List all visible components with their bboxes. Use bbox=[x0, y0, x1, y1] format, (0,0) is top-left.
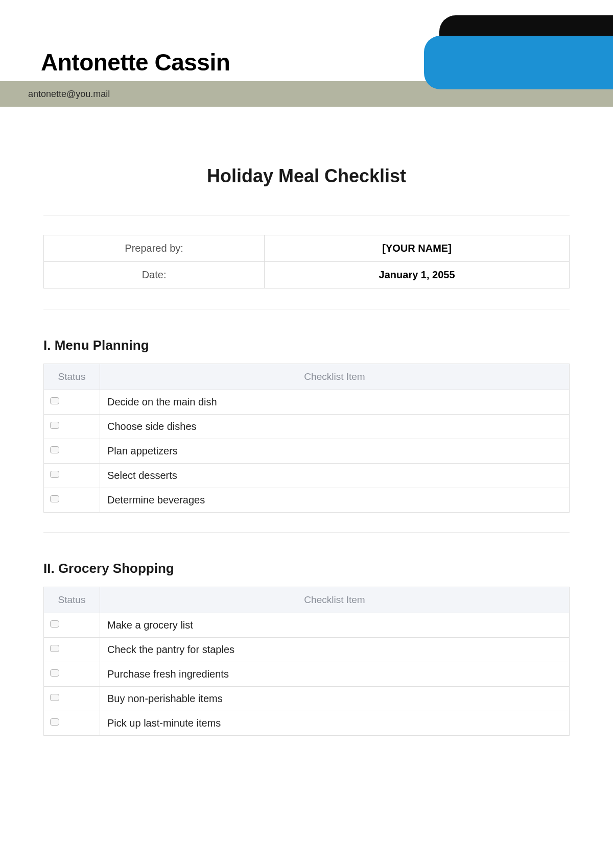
checklist-row: Pick up last-minute items bbox=[44, 711, 570, 736]
corner-decoration bbox=[424, 15, 613, 89]
checkbox-icon[interactable] bbox=[50, 645, 59, 652]
checklist-table-menu-planning: Status Checklist Item Decide on the main… bbox=[43, 364, 570, 513]
checklist-row: Decide on the main dish bbox=[44, 390, 570, 415]
checklist-item-text: Pick up last-minute items bbox=[100, 711, 570, 736]
prepared-by-label: Prepared by: bbox=[44, 235, 265, 262]
checklist-row: Plan appetizers bbox=[44, 439, 570, 464]
checklist-row: Make a grocery list bbox=[44, 613, 570, 638]
author-email: antonette@you.mail bbox=[28, 89, 110, 100]
checklist-item-text: Choose side dishes bbox=[100, 415, 570, 439]
checkbox-icon[interactable] bbox=[50, 694, 59, 701]
checkbox-icon[interactable] bbox=[50, 669, 59, 677]
column-header-status: Status bbox=[44, 587, 100, 613]
checklist-table-grocery-shopping: Status Checklist Item Make a grocery lis… bbox=[43, 587, 570, 736]
checkbox-icon[interactable] bbox=[50, 471, 59, 478]
date-value: January 1, 2055 bbox=[265, 262, 570, 288]
checkbox-icon[interactable] bbox=[50, 446, 59, 453]
checklist-item-text: Determine beverages bbox=[100, 488, 570, 513]
checklist-item-text: Buy non-perishable items bbox=[100, 687, 570, 711]
checklist-item-text: Make a grocery list bbox=[100, 613, 570, 638]
checklist-row: Check the pantry for staples bbox=[44, 638, 570, 662]
checklist-item-text: Check the pantry for staples bbox=[100, 638, 570, 662]
divider bbox=[43, 532, 570, 533]
document-content: Holiday Meal Checklist Prepared by: [YOU… bbox=[0, 165, 613, 736]
checklist-item-text: Plan appetizers bbox=[100, 439, 570, 464]
divider bbox=[43, 309, 570, 309]
date-label: Date: bbox=[44, 262, 265, 288]
checklist-row: Buy non-perishable items bbox=[44, 687, 570, 711]
meta-row-prepared-by: Prepared by: [YOUR NAME] bbox=[44, 235, 570, 262]
checkbox-icon[interactable] bbox=[50, 620, 59, 628]
checkbox-icon[interactable] bbox=[50, 397, 59, 404]
checklist-row: Determine beverages bbox=[44, 488, 570, 513]
checklist-item-text: Decide on the main dish bbox=[100, 390, 570, 415]
checklist-item-text: Select desserts bbox=[100, 464, 570, 488]
meta-row-date: Date: January 1, 2055 bbox=[44, 262, 570, 288]
divider bbox=[43, 215, 570, 215]
checklist-row: Choose side dishes bbox=[44, 415, 570, 439]
checkbox-icon[interactable] bbox=[50, 422, 59, 429]
column-header-item: Checklist Item bbox=[100, 587, 570, 613]
checkbox-icon[interactable] bbox=[50, 495, 59, 502]
column-header-item: Checklist Item bbox=[100, 364, 570, 390]
section-heading: I. Menu Planning bbox=[43, 337, 570, 353]
document-header: Antonette Cassin antonette@you.mail bbox=[0, 0, 613, 107]
checklist-item-text: Purchase fresh ingredients bbox=[100, 662, 570, 687]
meta-table: Prepared by: [YOUR NAME] Date: January 1… bbox=[43, 235, 570, 288]
blue-corner-shape bbox=[424, 36, 613, 89]
section-heading: II. Grocery Shopping bbox=[43, 561, 570, 576]
prepared-by-value: [YOUR NAME] bbox=[265, 235, 570, 262]
column-header-status: Status bbox=[44, 364, 100, 390]
checkbox-icon[interactable] bbox=[50, 718, 59, 726]
document-title: Holiday Meal Checklist bbox=[43, 165, 570, 187]
checklist-row: Purchase fresh ingredients bbox=[44, 662, 570, 687]
checklist-row: Select desserts bbox=[44, 464, 570, 488]
